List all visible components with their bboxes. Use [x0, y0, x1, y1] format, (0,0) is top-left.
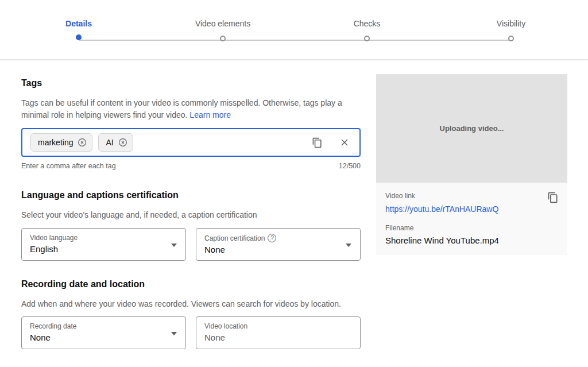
tags-helper-text: Enter a comma after each tag: [21, 162, 116, 170]
caption-certification-value: None: [204, 245, 352, 255]
tags-section-description: Tags can be useful if content in your vi…: [21, 97, 353, 121]
question-mark-icon[interactable]: ?: [268, 234, 276, 242]
caption-certification-label-text: Caption certification: [204, 234, 265, 242]
chevron-down-icon: [171, 244, 177, 247]
step-label: Visibility: [497, 19, 525, 28]
video-language-value: English: [30, 244, 177, 254]
step-label: Details: [65, 19, 92, 28]
video-link-label: Video link: [385, 192, 558, 200]
video-location-label: Video location: [204, 322, 352, 330]
caption-certification-label: Caption certification ?: [204, 234, 352, 242]
recording-date-value: None: [30, 333, 177, 343]
tag-chip: marketing: [30, 133, 92, 152]
upload-status-text: Uploading video...: [440, 124, 504, 133]
stepper-track: [79, 40, 511, 41]
step-details[interactable]: Details: [33, 19, 125, 40]
tags-input[interactable]: marketing AI: [21, 128, 361, 157]
tags-section-title: Tags: [21, 79, 361, 88]
copy-tags-icon[interactable]: [311, 136, 324, 149]
step-dot-icon[interactable]: [220, 36, 226, 41]
filename-value: Shoreline Wind YouTube.mp4: [385, 235, 558, 246]
video-location-field[interactable]: Video location None: [196, 316, 361, 349]
video-link[interactable]: https://youtu.be/rTAnHAURawQ: [385, 204, 558, 214]
video-preview-card: Uploading video... Video link https://yo…: [376, 74, 567, 255]
recording-section-description: Add when and where your video was record…: [21, 298, 353, 310]
recording-date-dropdown[interactable]: Recording date None: [21, 316, 186, 349]
step-dot-icon[interactable]: [364, 36, 370, 41]
remove-tag-icon[interactable]: [118, 137, 128, 148]
step-visibility[interactable]: Visibility: [465, 19, 557, 41]
video-language-label: Video language: [30, 234, 177, 242]
step-video-elements[interactable]: Video elements: [177, 19, 269, 41]
language-section-title: Language and captions certification: [21, 191, 361, 200]
tags-helper-row: Enter a comma after each tag 12/500: [21, 162, 361, 170]
tag-chip-label: marketing: [38, 138, 73, 147]
recording-dropdown-row: Recording date None Video location None: [21, 316, 361, 349]
language-section-description: Select your video's language and, if nee…: [21, 209, 353, 221]
chevron-down-icon: [346, 244, 351, 247]
copy-link-icon[interactable]: [546, 191, 560, 204]
video-language-dropdown[interactable]: Video language English: [21, 228, 186, 261]
tags-char-counter: 12/500: [339, 162, 361, 170]
filename-label: Filename: [385, 224, 558, 232]
stepper-header: Details Video elements Checks Visibility: [0, 0, 588, 60]
caption-certification-dropdown[interactable]: Caption certification ? None: [196, 228, 361, 261]
recording-section-title: Recording date and location: [21, 280, 361, 289]
video-info-panel: Video link https://youtu.be/rTAnHAURawQ …: [376, 183, 567, 255]
language-dropdown-row: Video language English Caption certifica…: [21, 228, 361, 261]
tags-description-text: Tags can be useful if content in your vi…: [21, 98, 342, 119]
step-label: Video elements: [195, 19, 250, 28]
step-dot-active-icon[interactable]: [76, 34, 82, 40]
step-checks[interactable]: Checks: [321, 19, 413, 41]
recording-date-label: Recording date: [30, 322, 177, 330]
clear-tags-icon[interactable]: [338, 136, 351, 149]
learn-more-link[interactable]: Learn more: [189, 110, 231, 119]
video-preview: Uploading video...: [376, 74, 567, 183]
tag-chip: AI: [98, 133, 133, 152]
details-form: Tags Tags can be useful if content in yo…: [21, 79, 361, 349]
tag-chip-label: AI: [106, 138, 113, 147]
remove-tag-icon[interactable]: [77, 137, 87, 148]
step-dot-icon[interactable]: [508, 36, 514, 41]
step-label: Checks: [354, 19, 381, 28]
video-location-value: None: [204, 333, 352, 343]
chevron-down-icon: [171, 332, 177, 335]
